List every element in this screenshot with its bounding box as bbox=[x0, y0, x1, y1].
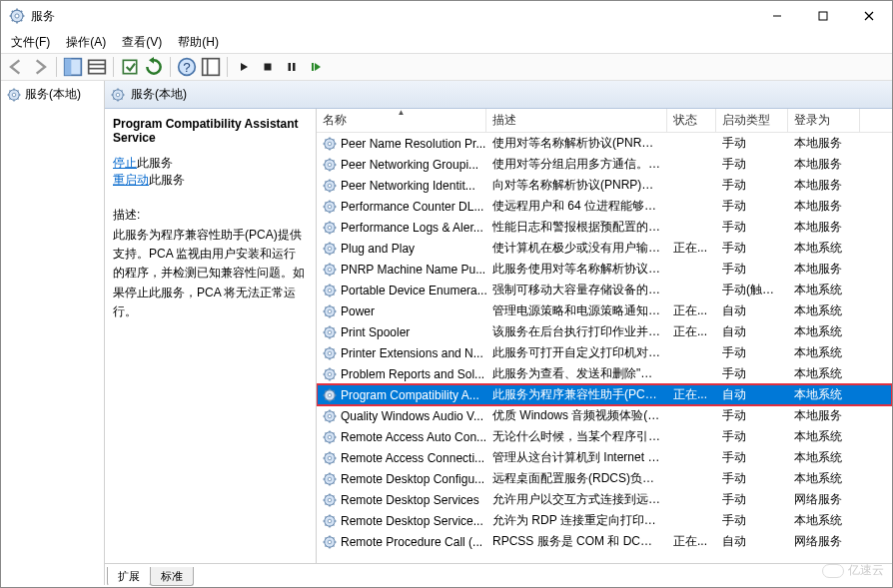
service-logon: 本地系统 bbox=[788, 428, 860, 445]
tab-standard[interactable]: 标准 bbox=[150, 567, 194, 586]
maximize-button[interactable] bbox=[800, 1, 846, 31]
service-desc: 使用对等名称解析协议(PNRP)在... bbox=[486, 135, 667, 152]
service-row[interactable]: Plug and Play使计算机在极少或没有用户输入...正在...手动本地系… bbox=[317, 238, 892, 259]
show-hide-tree-button[interactable] bbox=[62, 56, 84, 78]
col-logon[interactable]: 登录为 bbox=[788, 109, 860, 132]
stop-link[interactable]: 停止 bbox=[113, 156, 137, 170]
svg-rect-26 bbox=[293, 63, 296, 71]
service-name: Quality Windows Audio V... bbox=[341, 409, 483, 423]
help-button[interactable]: ? bbox=[176, 56, 198, 78]
service-row[interactable]: Quality Windows Audio V...优质 Windows 音频视… bbox=[317, 405, 892, 426]
service-start: 手动 bbox=[716, 428, 788, 445]
gear-icon bbox=[7, 88, 21, 102]
tabs: 扩展 标准 bbox=[105, 563, 892, 585]
gear-icon bbox=[323, 346, 337, 360]
app-icon bbox=[9, 8, 25, 24]
service-logon: 本地服务 bbox=[788, 135, 860, 152]
pause-service-button[interactable] bbox=[281, 56, 303, 78]
service-row[interactable]: Remote Desktop Configu...远程桌面配置服务(RDCS)负… bbox=[317, 468, 892, 489]
service-status: 正在... bbox=[667, 386, 716, 403]
service-row[interactable]: Peer Name Resolution Pr...使用对等名称解析协议(PNR… bbox=[317, 133, 892, 154]
service-start: 手动 bbox=[716, 491, 788, 508]
tree-root-label: 服务(本地) bbox=[25, 86, 81, 103]
service-row[interactable]: Print Spooler该服务在后台执行打印作业并处...正在...自动本地系… bbox=[317, 321, 892, 342]
service-name: Remote Procedure Call (... bbox=[341, 535, 482, 549]
service-row[interactable]: Problem Reports and Sol...此服务为查看、发送和删除"问… bbox=[317, 363, 892, 384]
col-status[interactable]: 状态 bbox=[667, 109, 716, 132]
menu-file[interactable]: 文件(F) bbox=[5, 32, 56, 53]
service-row[interactable]: Remote Access Auto Con...无论什么时候，当某个程序引用.… bbox=[317, 426, 892, 447]
service-name: Remote Access Auto Con... bbox=[341, 430, 486, 444]
service-row[interactable]: Peer Networking Identit...向对等名称解析协议(PNRP… bbox=[317, 175, 892, 196]
gear-icon bbox=[323, 179, 337, 193]
service-row[interactable]: Remote Desktop Services允许用户以交互方式连接到远程...… bbox=[317, 489, 892, 510]
gear-icon bbox=[323, 304, 337, 318]
gear-icon bbox=[323, 263, 337, 277]
list-rows[interactable]: Peer Name Resolution Pr...使用对等名称解析协议(PNR… bbox=[317, 133, 892, 563]
service-logon: 本地系统 bbox=[788, 282, 860, 298]
detail-panel: Program Compatibility Assistant Service … bbox=[105, 109, 317, 563]
properties-button[interactable] bbox=[86, 56, 108, 78]
restart-link[interactable]: 重启动 bbox=[113, 173, 149, 187]
svg-rect-15 bbox=[65, 59, 72, 76]
menu-help[interactable]: 帮助(H) bbox=[172, 32, 225, 53]
svg-rect-27 bbox=[312, 63, 314, 71]
service-name: Peer Name Resolution Pr... bbox=[341, 137, 485, 151]
service-name: Plug and Play bbox=[341, 242, 415, 256]
menu-action[interactable]: 操作(A) bbox=[60, 32, 112, 53]
service-row[interactable]: Program Compatibility A...此服务为程序兼容性助手(PC… bbox=[317, 384, 892, 405]
service-row[interactable]: Remote Desktop Service...允许为 RDP 连接重定向打印… bbox=[317, 510, 892, 531]
tree-root-services[interactable]: 服务(本地) bbox=[3, 85, 102, 104]
service-row[interactable]: Power管理电源策略和电源策略通知传...正在...自动本地系统 bbox=[317, 300, 892, 321]
view-mode-button[interactable] bbox=[200, 56, 222, 78]
gear-icon bbox=[323, 158, 337, 172]
service-logon: 本地系统 bbox=[788, 386, 860, 403]
service-row[interactable]: PNRP Machine Name Pu...此服务使用对等名称解析协议发...… bbox=[317, 259, 892, 280]
col-start[interactable]: 启动类型 bbox=[716, 109, 788, 132]
service-start: 手动 bbox=[716, 449, 788, 466]
service-start: 手动 bbox=[716, 365, 788, 382]
close-button[interactable] bbox=[846, 1, 892, 31]
service-row[interactable]: Performance Logs & Aler...性能日志和警报根据预配置的计… bbox=[317, 217, 892, 238]
service-desc: 使计算机在极少或没有用户输入... bbox=[486, 240, 667, 257]
refresh-button[interactable] bbox=[143, 56, 165, 78]
service-logon: 本地系统 bbox=[788, 449, 860, 466]
service-name: Remote Desktop Services bbox=[341, 493, 479, 507]
service-row[interactable]: Printer Extensions and N...此服务可打开自定义打印机对… bbox=[317, 342, 892, 363]
service-start: 手动 bbox=[716, 177, 788, 194]
service-row[interactable]: Remote Procedure Call (...RPCSS 服务是 COM … bbox=[317, 531, 892, 552]
service-start: 自动 bbox=[716, 386, 788, 403]
col-name[interactable]: 名称▲ bbox=[317, 109, 486, 132]
cloud-icon bbox=[822, 564, 844, 578]
gear-icon bbox=[323, 430, 337, 444]
stop-service-button[interactable] bbox=[257, 56, 279, 78]
gear-icon bbox=[323, 284, 337, 297]
service-row[interactable]: Performance Counter DL...使远程用户和 64 位进程能够… bbox=[317, 196, 892, 217]
export-button[interactable] bbox=[119, 56, 141, 78]
tab-extended[interactable]: 扩展 bbox=[107, 567, 151, 586]
forward-button[interactable] bbox=[29, 56, 51, 78]
col-desc[interactable]: 描述 bbox=[486, 109, 667, 132]
service-row[interactable]: Portable Device Enumera...强制可移动大容量存储设备的组… bbox=[317, 280, 892, 300]
service-start: 手动 bbox=[716, 512, 788, 529]
start-service-button[interactable] bbox=[233, 56, 255, 78]
gear-icon bbox=[323, 388, 337, 402]
service-logon: 网络服务 bbox=[788, 491, 860, 508]
service-start: 手动 bbox=[716, 156, 788, 173]
service-desc: 性能日志和警报根据预配置的计... bbox=[486, 219, 667, 236]
service-logon: 本地系统 bbox=[788, 344, 860, 361]
service-desc: 使用对等分组启用多方通信。如... bbox=[486, 156, 667, 173]
watermark: 亿速云 bbox=[822, 562, 884, 579]
menu-view[interactable]: 查看(V) bbox=[116, 32, 168, 53]
gear-icon bbox=[323, 137, 337, 151]
service-desc: 无论什么时候，当某个程序引用... bbox=[486, 428, 667, 445]
service-name: Remote Desktop Configu... bbox=[341, 472, 484, 486]
back-button[interactable] bbox=[5, 56, 27, 78]
service-name: Print Spooler bbox=[341, 325, 410, 339]
service-row[interactable]: Remote Access Connecti...管理从这台计算机到 Inter… bbox=[317, 447, 892, 468]
service-row[interactable]: Peer Networking Groupi...使用对等分组启用多方通信。如.… bbox=[317, 154, 892, 175]
service-status: 正在... bbox=[667, 323, 716, 340]
service-logon: 本地系统 bbox=[788, 323, 860, 340]
restart-service-button[interactable] bbox=[305, 56, 327, 78]
minimize-button[interactable] bbox=[754, 1, 800, 31]
